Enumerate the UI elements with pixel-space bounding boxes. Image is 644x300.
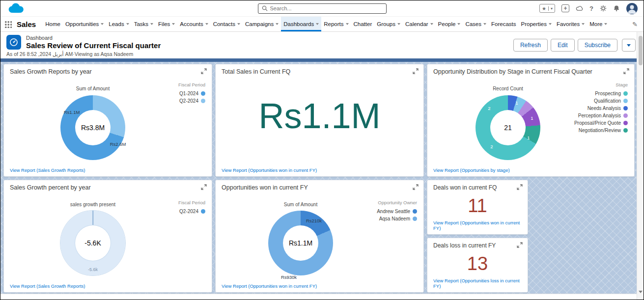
nav-item-contacts[interactable]: Contacts [211, 17, 243, 31]
legend-item[interactable]: Needs Analysis [574, 105, 628, 112]
nav-item-calendar[interactable]: Calendar [403, 17, 436, 31]
nav-item-people[interactable]: People [436, 17, 463, 31]
view-report-link[interactable]: View Report (Opportunities by stage) [433, 167, 510, 173]
dashboard-grid: Sales Growth Reports by year Sum of Amou… [0, 62, 637, 293]
expand-icon[interactable] [517, 242, 523, 248]
favorites-button[interactable]: ★ ▾ [539, 4, 555, 13]
slice-label: Rs210k [306, 218, 322, 223]
nav-item-files[interactable]: Files [156, 17, 177, 31]
legend-item[interactable]: Qualification [574, 97, 628, 105]
donut-chart[interactable]: Rs3.8M [60, 95, 125, 160]
cloud-icon[interactable] [576, 5, 583, 11]
expand-icon[interactable] [623, 68, 629, 74]
notifications-bell-button[interactable] [613, 5, 620, 12]
nav-item-groups[interactable]: Groups [374, 17, 403, 31]
subscribe-button[interactable]: Subscribe [578, 39, 617, 52]
global-actions-button[interactable]: + [561, 4, 569, 12]
view-report-link[interactable]: View Report (Sales Growth Reports) [10, 283, 85, 289]
legend-swatch [623, 106, 628, 110]
legend-item[interactable]: Andrew Seattle [377, 208, 417, 215]
more-actions-dropdown-button[interactable] [622, 39, 636, 52]
view-report-link[interactable]: View Report (Opportunities won in curren… [222, 283, 317, 289]
dashboard-page-header: Dashboard Sales Review of Current Fiscal… [0, 32, 644, 58]
legend-item[interactable]: Prospecting [574, 90, 628, 97]
nav-item-campaigns[interactable]: Campaigns [243, 17, 281, 31]
legend-label: Q2-2024 [179, 209, 198, 214]
dashboard-icon [6, 35, 21, 50]
nav-items: Home Opportunities Leads Tasks Files Acc… [43, 17, 630, 31]
nav-item-more[interactable]: More [587, 17, 610, 31]
donut-chart[interactable]: Rs1.1M [268, 211, 333, 275]
view-report-link[interactable]: View Report (Opportunities loss in curre… [433, 278, 528, 289]
top-utility-bar: ★ ▾ + ? [0, 0, 644, 16]
legend-swatch [201, 99, 205, 103]
help-button[interactable]: ? [589, 5, 593, 12]
nav-item-opportunities[interactable]: Opportunities [63, 17, 106, 31]
nav-item-leads[interactable]: Leads [106, 17, 131, 31]
legend-label: Aqsa Nadeem [379, 216, 410, 221]
legend-swatch [623, 113, 628, 118]
search-input[interactable] [270, 5, 383, 11]
legend-label: Andrew Seattle [377, 209, 410, 214]
chart-axis-title: Sum of Amount [252, 202, 350, 207]
view-report-link[interactable]: View Report (Opportunities won in curren… [433, 220, 528, 231]
legend-swatch [201, 209, 205, 214]
nav-item-reports[interactable]: Reports [321, 17, 351, 31]
legend-label: Prospecting [595, 91, 621, 96]
metric-value: Rs1.1M [216, 96, 423, 136]
chevron-down-icon [582, 23, 585, 25]
expand-icon[interactable] [201, 184, 207, 190]
dashboard-canvas: Sales Growth Reports by year Sum of Amou… [0, 58, 637, 300]
donut-chart[interactable]: 21 [476, 95, 540, 160]
gauge-bottom-label: -5.6k [88, 267, 98, 272]
scroll-up-arrow-icon[interactable] [639, 32, 643, 36]
metric-value: 11 [427, 195, 528, 217]
horizontal-scrollbar[interactable] [0, 294, 637, 300]
view-report-link[interactable]: View Report (Sales Growth Reports) [10, 167, 85, 173]
legend-swatch [623, 99, 628, 103]
app-launcher-icon[interactable] [4, 21, 12, 28]
legend-item[interactable]: Perception Analysis [574, 112, 628, 119]
expand-icon[interactable] [517, 184, 523, 190]
legend-item[interactable]: Q2-2024 [178, 208, 205, 215]
nav-item-home[interactable]: Home [43, 17, 63, 31]
nav-item-dashboards[interactable]: Dashboards [281, 17, 321, 31]
card-title: Deals loss in current FY [433, 242, 496, 249]
app-nav-bar: Sales Home Opportunities Leads Tasks Fil… [0, 16, 644, 32]
chevron-down-icon [430, 23, 433, 25]
expand-icon[interactable] [413, 68, 419, 74]
nav-item-forecasts[interactable]: Forecasts [489, 17, 519, 31]
gauge-donut-chart[interactable]: -5.6K [60, 211, 125, 275]
legend-swatch [201, 91, 205, 96]
nav-item-favorites[interactable]: Favorites [554, 17, 587, 31]
chevron-down-icon [172, 23, 175, 25]
edit-button[interactable]: Edit [551, 39, 575, 52]
view-report-link[interactable]: View Report (Opportunities won in curren… [222, 167, 317, 173]
legend-item[interactable]: Q2-2024 [178, 97, 205, 105]
gauge-tick [92, 211, 93, 225]
refresh-button[interactable]: Refresh [513, 39, 548, 52]
card-total-sales: Total Sales in Current FQ Rs1.1M View Re… [215, 64, 424, 177]
user-avatar[interactable] [626, 3, 638, 14]
edit-nav-pencil-icon[interactable]: ✎ [630, 21, 640, 28]
legend-item[interactable]: Proposal/Price Quote [574, 119, 628, 127]
nav-item-accounts[interactable]: Accounts [177, 17, 210, 31]
legend-label: Q1-2024 [179, 91, 198, 96]
legend-item[interactable]: Q1-2024 [178, 90, 205, 97]
setup-gear-button[interactable] [600, 5, 607, 12]
nav-item-properties[interactable]: Properties [519, 17, 554, 31]
scrollbar-thumb[interactable] [639, 36, 643, 65]
expand-icon[interactable] [201, 68, 207, 74]
nav-item-tasks[interactable]: Tasks [132, 17, 156, 31]
expand-icon[interactable] [413, 184, 419, 190]
scroll-down-arrow-icon[interactable] [639, 296, 643, 300]
nav-item-cases[interactable]: Cases [463, 17, 489, 31]
page-title: Sales Review of Current Fiscal quarter [26, 41, 161, 50]
dashboard-meta: As of 26 أبريل 2024, 8:52 AM·Viewing as … [6, 51, 638, 57]
legend-label: Q2-2024 [179, 98, 198, 104]
legend-item[interactable]: Negotiation/Review [574, 127, 628, 134]
nav-item-chatter[interactable]: Chatter [351, 17, 375, 31]
vertical-scrollbar [637, 32, 644, 300]
legend-item[interactable]: Aqsa Nadeem [377, 215, 417, 222]
card-title: Opportunities won in current FY [222, 184, 308, 191]
